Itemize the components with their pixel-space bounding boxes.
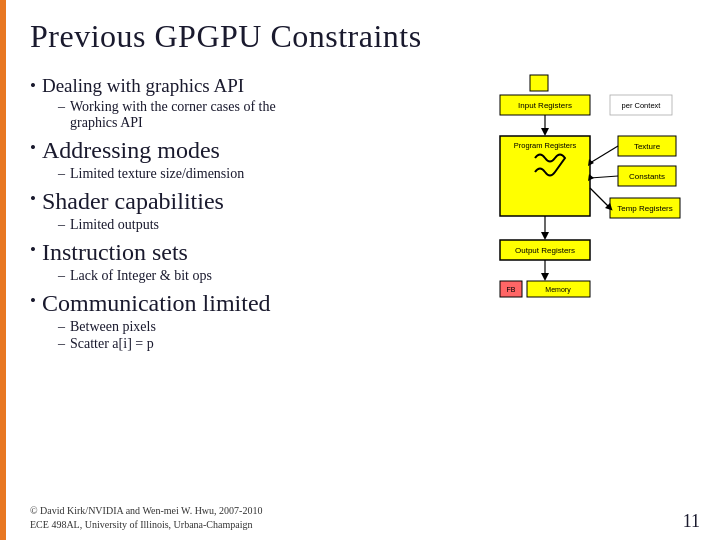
bullet-5-sub-2-text: Scatter a[i] = p [70, 336, 154, 352]
bullet-4-sub-1: – Lack of Integer & bit ops [58, 268, 460, 284]
svg-marker-15 [541, 232, 549, 240]
bullet-5-sub-2: – Scatter a[i] = p [58, 336, 460, 352]
svg-marker-18 [541, 273, 549, 281]
bullet-dot-2: • [30, 137, 36, 159]
fb-label: FB [507, 286, 516, 293]
bullet-1: • Dealing with graphics API [30, 75, 460, 97]
footer-line1: © David Kirk/NVIDIA and Wen-mei W. Hwu, … [30, 504, 262, 518]
left-column: • Dealing with graphics API – Working wi… [30, 69, 460, 367]
bullet-dot-1: • [30, 75, 36, 97]
dash-5-1: – [58, 319, 65, 335]
bullet-1-sub-1: – Working with the corner cases of thegr… [58, 99, 460, 131]
input-registers-label: Input Registers [518, 101, 572, 110]
bullet-dot-4: • [30, 239, 36, 261]
bullet-4-sub-1-text: Lack of Integer & bit ops [70, 268, 212, 284]
bullet-4: • Instruction sets [30, 239, 460, 266]
per-context-label: per Context [622, 101, 662, 110]
dash-5-2: – [58, 336, 65, 352]
svg-marker-11 [588, 174, 594, 181]
bullet-4-text: Instruction sets [42, 239, 188, 266]
program-registers-label: Program Registers [514, 141, 577, 150]
svg-rect-0 [530, 75, 548, 91]
page-number: 11 [683, 511, 700, 532]
bullet-2-sub-1-text: Limited texture size/dimension [70, 166, 244, 182]
gpu-diagram: Input Registers per Context Program Regi… [470, 73, 690, 363]
bullet-5-sub-1: – Between pixels [58, 319, 460, 335]
dash-1-1: – [58, 99, 65, 115]
slide-content: Previous GPGPU Constraints • Dealing wit… [30, 10, 700, 530]
bullet-3-text: Shader capabilities [42, 188, 224, 215]
dash-2-1: – [58, 166, 65, 182]
bullet-3: • Shader capabilities [30, 188, 460, 215]
temp-registers-label: Temp Registers [617, 204, 673, 213]
bullet-3-sub-1: – Limited outputs [58, 217, 460, 233]
svg-line-8 [590, 146, 618, 163]
bullet-dot-3: • [30, 188, 36, 210]
bullet-5-text: Communication limited [42, 290, 271, 317]
footer-left: © David Kirk/NVIDIA and Wen-mei W. Hwu, … [30, 504, 262, 532]
main-layout: • Dealing with graphics API – Working wi… [30, 69, 700, 367]
texture-label: Texture [634, 142, 661, 151]
bullet-1-text: Dealing with graphics API [42, 75, 244, 97]
right-column: Input Registers per Context Program Regi… [470, 69, 700, 367]
bullet-3-sub-1-text: Limited outputs [70, 217, 159, 233]
dash-3-1: – [58, 217, 65, 233]
bullet-2-text: Addressing modes [42, 137, 220, 164]
slide-title: Previous GPGPU Constraints [30, 18, 700, 55]
svg-marker-9 [588, 159, 594, 166]
bullet-dot-5: • [30, 290, 36, 312]
svg-line-10 [590, 176, 618, 178]
bullet-2-sub-1: – Limited texture size/dimension [58, 166, 460, 182]
svg-line-13 [590, 188, 610, 208]
footer: © David Kirk/NVIDIA and Wen-mei W. Hwu, … [30, 504, 700, 532]
constants-label: Constants [629, 172, 665, 181]
footer-line2: ECE 498AL, University of Illinois, Urban… [30, 518, 262, 532]
bullet-5-sub-1-text: Between pixels [70, 319, 156, 335]
bullet-5: • Communication limited [30, 290, 460, 317]
dash-4-1: – [58, 268, 65, 284]
bullet-2: • Addressing modes [30, 137, 460, 164]
output-registers-label: Output Registers [515, 246, 575, 255]
bullet-1-sub-1-text: Working with the corner cases of thegrap… [70, 99, 276, 131]
accent-bar [0, 0, 6, 540]
svg-marker-4 [541, 128, 549, 136]
memory-label: Memory [545, 286, 571, 294]
